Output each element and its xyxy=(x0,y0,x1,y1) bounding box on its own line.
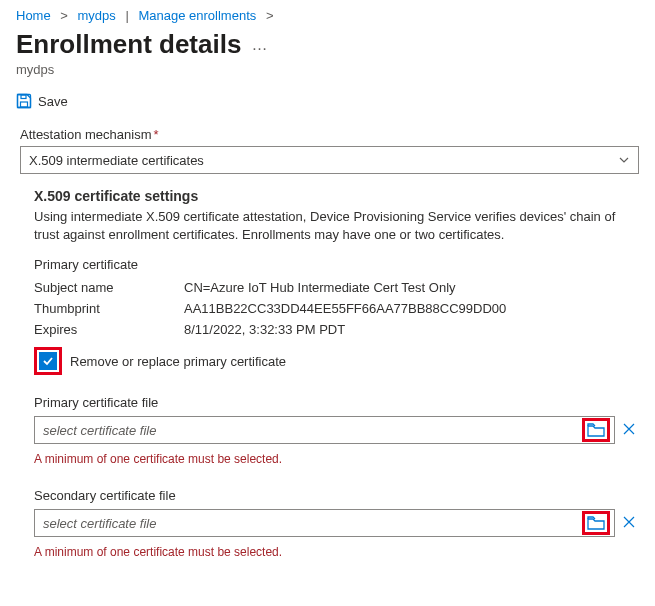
remove-replace-label: Remove or replace primary certificate xyxy=(70,354,286,369)
breadcrumb-dps[interactable]: mydps xyxy=(78,8,116,23)
highlight-secondary-folder xyxy=(582,511,610,535)
close-icon xyxy=(621,514,637,530)
secondary-cert-error: A minimum of one certificate must be sel… xyxy=(34,545,639,559)
save-label: Save xyxy=(38,94,68,109)
x509-settings-heading: X.509 certificate settings xyxy=(34,188,639,204)
thumbprint-label: Thumbprint xyxy=(34,301,184,316)
primary-cert-clear-button[interactable] xyxy=(619,421,639,440)
expires-row: Expires 8/11/2022, 3:32:33 PM PDT xyxy=(34,322,639,337)
primary-cert-error: A minimum of one certificate must be sel… xyxy=(34,452,639,466)
thumbprint-row: Thumbprint AA11BB22CC33DD44EE55FF66AA77B… xyxy=(34,301,639,316)
expires-label: Expires xyxy=(34,322,184,337)
thumbprint-value: AA11BB22CC33DD44EE55FF66AA77BB88CC99DD00 xyxy=(184,301,639,316)
attestation-mechanism-select[interactable]: X.509 intermediate certificates xyxy=(20,146,639,174)
subject-name-label: Subject name xyxy=(34,280,184,295)
breadcrumb-home[interactable]: Home xyxy=(16,8,51,23)
save-icon xyxy=(16,93,32,109)
chevron-right-icon: > xyxy=(266,8,274,23)
primary-certificate-heading: Primary certificate xyxy=(34,257,639,272)
breadcrumb: Home > mydps | Manage enrollments > xyxy=(16,8,639,23)
svg-rect-1 xyxy=(21,102,28,107)
breadcrumb-manage-enrollments[interactable]: Manage enrollments xyxy=(138,8,256,23)
remove-replace-checkbox[interactable] xyxy=(39,352,57,370)
close-icon xyxy=(621,421,637,437)
primary-cert-file-label: Primary certificate file xyxy=(34,395,639,410)
page-title: Enrollment details xyxy=(16,29,241,60)
folder-icon[interactable] xyxy=(587,423,605,437)
primary-cert-file-placeholder: select certificate file xyxy=(43,423,156,438)
more-actions-button[interactable]: … xyxy=(251,36,268,54)
chevron-right-icon: > xyxy=(60,8,68,23)
folder-icon[interactable] xyxy=(587,516,605,530)
secondary-cert-clear-button[interactable] xyxy=(619,514,639,533)
checkmark-icon xyxy=(42,355,54,367)
required-indicator: * xyxy=(154,127,159,142)
x509-description: Using intermediate X.509 certificate att… xyxy=(34,208,639,243)
attestation-mechanism-label: Attestation mechanism* xyxy=(20,127,639,142)
highlight-primary-folder xyxy=(582,418,610,442)
attestation-mechanism-value: X.509 intermediate certificates xyxy=(29,153,204,168)
svg-rect-2 xyxy=(21,95,26,99)
secondary-cert-file-label: Secondary certificate file xyxy=(34,488,639,503)
primary-cert-file-input[interactable]: select certificate file xyxy=(34,416,615,444)
highlight-checkbox xyxy=(34,347,62,375)
subject-name-value: CN=Azure IoT Hub Intermediate Cert Test … xyxy=(184,280,639,295)
subject-name-row: Subject name CN=Azure IoT Hub Intermedia… xyxy=(34,280,639,295)
secondary-cert-file-input[interactable]: select certificate file xyxy=(34,509,615,537)
page-subtitle: mydps xyxy=(16,62,639,77)
save-button[interactable]: Save xyxy=(16,93,639,109)
breadcrumb-divider: | xyxy=(125,8,128,23)
secondary-cert-file-placeholder: select certificate file xyxy=(43,516,156,531)
expires-value: 8/11/2022, 3:32:33 PM PDT xyxy=(184,322,639,337)
chevron-down-icon xyxy=(618,154,630,166)
